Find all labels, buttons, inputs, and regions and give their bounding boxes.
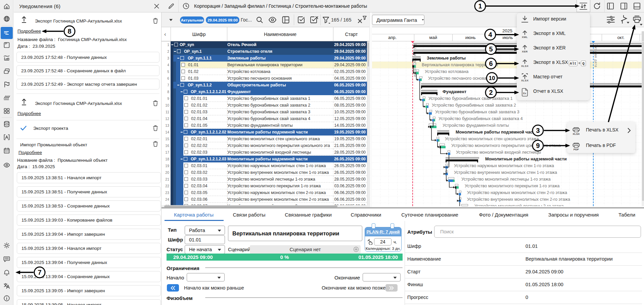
svg-text:Ex: Ex — [523, 92, 526, 95]
